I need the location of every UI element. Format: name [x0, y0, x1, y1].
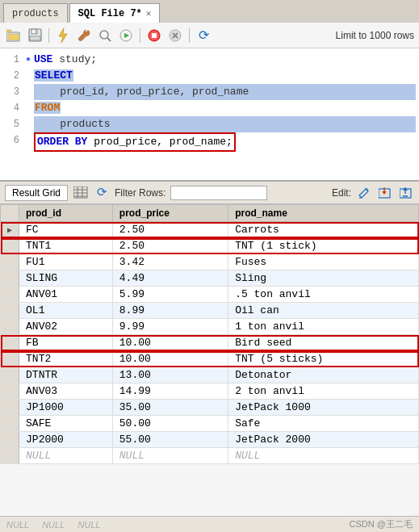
cell-prod-price: 2.50 — [112, 222, 228, 238]
table-row[interactable]: TNT12.50TNT (1 stick) — [1, 238, 419, 254]
row-indicator — [1, 367, 19, 383]
save-icon[interactable] — [26, 27, 44, 44]
cell-prod-id: ANV02 — [19, 319, 113, 335]
row-indicator: ▶ — [1, 222, 19, 238]
col-header-prod-name[interactable]: prod_name — [228, 205, 419, 222]
cell-prod-price: 35.00 — [112, 400, 228, 416]
close-tab-icon[interactable]: ✕ — [146, 8, 152, 19]
filter-rows-input[interactable] — [170, 186, 267, 200]
import-icon[interactable] — [398, 185, 414, 201]
table-row[interactable]: ▶FC2.50Carrots — [1, 222, 419, 238]
cell-prod-price: 55.00 — [112, 432, 228, 448]
line-dot-5: ● — [26, 116, 31, 132]
col-header-prod-price[interactable]: prod_price — [112, 205, 228, 222]
table-header-row: prod_id prod_price prod_name — [1, 205, 419, 222]
tab-products-label: products — [12, 8, 59, 19]
bottom-bar: NULL NULL NULL CSDN @王二毛 — [0, 516, 419, 532]
export-icon[interactable] — [377, 185, 393, 201]
table-row[interactable]: FU13.42Fuses — [1, 254, 419, 270]
cell-prod-name: TNT (5 sticks) — [228, 351, 419, 367]
row-indicator — [1, 238, 19, 254]
sql-editor[interactable]: 1 ● USE study; 2 ● SELECT 3 ● prod_id, p… — [0, 48, 419, 182]
line-number-4: 4 — [3, 100, 19, 116]
cell-prod-price: 10.00 — [112, 351, 228, 367]
edit-icon[interactable] — [356, 185, 372, 201]
cell-prod-price: NULL — [112, 448, 228, 464]
sql-text-6: ORDER BY prod_price, prod_name; — [34, 132, 416, 152]
line-number-5: 5 — [3, 116, 19, 132]
sql-text-4: FROM — [34, 100, 416, 116]
limit-label: Limit to 1000 rows — [336, 30, 414, 41]
cell-prod-name: JetPack 2000 — [228, 432, 419, 448]
result-grid-button[interactable]: Result Grid — [5, 185, 68, 201]
table-row[interactable]: SLING4.49Sling — [1, 270, 419, 287]
cell-prod-price: 4.49 — [112, 270, 228, 287]
table-row[interactable]: ANV015.99.5 ton anvil — [1, 287, 419, 303]
cell-prod-id: DTNTR — [19, 367, 113, 383]
table-row[interactable]: ANV029.991 ton anvil — [1, 319, 419, 335]
cell-prod-name: NULL — [228, 448, 419, 464]
result-toolbar: Result Grid ⟳ Filter Rows: Edit: — [0, 182, 419, 204]
cell-prod-price: 9.99 — [112, 319, 228, 335]
tab-products[interactable]: products — [3, 3, 68, 23]
cancel-icon[interactable] — [166, 27, 184, 44]
cell-prod-id: OL1 — [19, 303, 113, 319]
cell-prod-id: NULL — [19, 448, 113, 464]
table-view-icon[interactable] — [73, 185, 89, 201]
cell-prod-price: 50.00 — [112, 416, 228, 432]
col-header-prod-id[interactable]: prod_id — [19, 205, 113, 222]
cell-prod-name: 1 ton anvil — [228, 319, 419, 335]
editor-toolbar: ⟳ Limit to 1000 rows — [0, 23, 419, 48]
table-row[interactable]: JP100035.00JetPack 1000 — [1, 400, 419, 416]
cell-prod-name: Sling — [228, 270, 419, 287]
refresh-icon[interactable]: ⟳ — [195, 27, 212, 44]
table-row[interactable]: FB10.00Bird seed — [1, 335, 419, 351]
sql-line-1: 1 ● USE study; — [0, 52, 419, 68]
toolbar-separator-3 — [189, 28, 190, 43]
tab-sql-file[interactable]: SQL File 7* ✕ — [69, 3, 161, 23]
line-dot-4: ● — [26, 100, 31, 116]
cell-prod-id: TNT2 — [19, 351, 113, 367]
cell-prod-price: 3.42 — [112, 254, 228, 270]
table-row[interactable]: DTNTR13.00Detonator — [1, 367, 419, 383]
row-indicator — [1, 287, 19, 303]
folder-open-icon[interactable] — [5, 27, 23, 44]
execute-run-icon[interactable] — [117, 27, 135, 44]
cell-prod-id: JP2000 — [19, 432, 113, 448]
svg-rect-5 — [32, 30, 35, 33]
table-body: ▶FC2.50CarrotsTNT12.50TNT (1 stick)FU13.… — [1, 222, 419, 464]
line-dot-6: ● — [26, 132, 31, 149]
table-row[interactable]: SAFE50.00Safe — [1, 416, 419, 432]
null-indicator-3: NULL — [78, 520, 100, 530]
sql-text-5: products — [34, 116, 416, 132]
cell-prod-name: Oil can — [228, 303, 419, 319]
cell-prod-id: ANV03 — [19, 383, 113, 400]
cell-prod-id: SLING — [19, 270, 113, 287]
sql-line-4: 4 ● FROM — [0, 100, 419, 116]
row-indicator — [1, 351, 19, 367]
null-indicator-2: NULL — [42, 520, 65, 530]
cell-prod-price: 5.99 — [112, 287, 228, 303]
table-row[interactable]: OL18.99Oil can — [1, 303, 419, 319]
row-indicator-header — [1, 205, 19, 222]
row-indicator — [1, 416, 19, 432]
table-row[interactable]: NULLNULLNULL — [1, 448, 419, 464]
line-number-3: 3 — [3, 84, 19, 100]
null-indicator-1: NULL — [6, 520, 29, 530]
refresh-result-icon[interactable]: ⟳ — [94, 185, 110, 201]
line-breakpoint-1: ● — [26, 52, 31, 68]
table-row[interactable]: TNT210.00TNT (5 sticks) — [1, 351, 419, 367]
lightning-icon[interactable] — [54, 27, 72, 44]
result-table-container: prod_id prod_price prod_name ▶FC2.50Carr… — [0, 204, 419, 516]
stop-icon[interactable] — [145, 27, 163, 44]
search-icon[interactable] — [96, 27, 114, 44]
line-number-6: 6 — [3, 132, 19, 149]
row-indicator — [1, 448, 19, 464]
cell-prod-price: 2.50 — [112, 238, 228, 254]
svg-marker-27 — [382, 191, 387, 195]
row-indicator — [1, 303, 19, 319]
table-row[interactable]: ANV0314.992 ton anvil — [1, 383, 419, 400]
table-row[interactable]: JP200055.00JetPack 2000 — [1, 432, 419, 448]
line-dot-3: ● — [26, 84, 31, 100]
wrench-icon[interactable] — [75, 27, 93, 44]
